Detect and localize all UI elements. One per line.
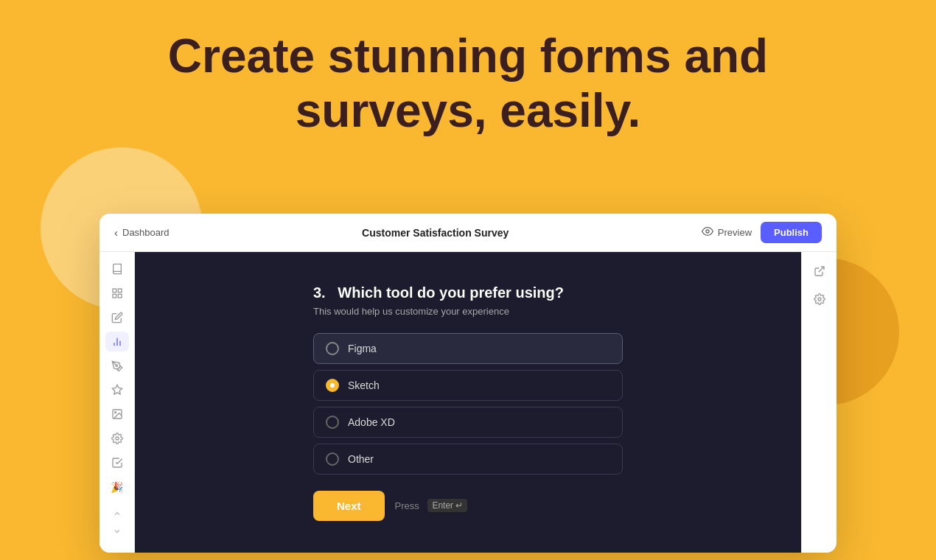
question-subtitle: This would help us customize your experi…: [313, 306, 623, 317]
svg-rect-4: [118, 295, 122, 298]
option-figma[interactable]: Figma: [313, 333, 623, 364]
main-content: 3. Which tool do you prefer using? This …: [135, 252, 801, 553]
svg-point-8: [116, 365, 118, 367]
next-row: Next Press Enter ↵: [313, 491, 623, 521]
svg-rect-2: [118, 289, 122, 293]
sidebar-icon-checkbox[interactable]: [105, 452, 129, 472]
back-chevron-icon: ‹: [114, 226, 118, 239]
nav-down-arrow[interactable]: [107, 523, 128, 539]
right-sidebar-icon-settings[interactable]: [808, 287, 831, 311]
eye-icon: [702, 225, 713, 239]
question-number: 3.: [313, 284, 326, 301]
sidebar-icon-star[interactable]: [105, 380, 129, 400]
back-navigation[interactable]: ‹ Dashboard: [114, 226, 170, 239]
left-sidebar: 🎉: [99, 252, 135, 553]
options-list: Figma Sketch Adobe XD O: [313, 333, 623, 475]
svg-point-11: [114, 412, 116, 413]
sidebar-icon-party[interactable]: 🎉: [105, 477, 129, 497]
app-body: 🎉 3. Which tool do you prefer using?: [99, 252, 837, 553]
right-sidebar-icon-external[interactable]: [808, 259, 831, 283]
option-sketch[interactable]: Sketch: [313, 370, 623, 401]
option-label-other: Other: [348, 453, 374, 465]
question-area: 3. Which tool do you prefer using? This …: [313, 284, 623, 521]
svg-line-13: [818, 267, 823, 272]
svg-point-14: [818, 298, 821, 301]
press-label: Press: [395, 500, 419, 511]
question-title: 3. Which tool do you prefer using?: [313, 284, 623, 301]
hero-heading: Create stunning forms and surveys, easil…: [0, 29, 936, 138]
hero-line2: surveys, easily.: [74, 84, 862, 139]
enter-key: Enter ↵: [427, 499, 467, 512]
app-window: ‹ Dashboard Customer Satisfaction Survey…: [99, 214, 837, 553]
svg-rect-3: [113, 295, 116, 298]
option-label-sketch: Sketch: [348, 379, 380, 391]
sidebar-icon-edit[interactable]: [105, 308, 129, 328]
svg-point-0: [706, 230, 709, 233]
right-sidebar: [801, 252, 837, 553]
preview-button[interactable]: Preview: [702, 225, 752, 239]
sidebar-icon-settings[interactable]: [105, 429, 129, 449]
option-adobe-xd[interactable]: Adobe XD: [313, 407, 623, 438]
option-label-adobe-xd: Adobe XD: [348, 416, 395, 428]
sidebar-icon-image[interactable]: [105, 405, 129, 424]
svg-point-12: [116, 437, 119, 440]
top-bar: ‹ Dashboard Customer Satisfaction Survey…: [99, 214, 837, 252]
question-text: Which tool do you prefer using?: [338, 284, 564, 301]
hero-line1: Create stunning forms and: [74, 29, 862, 84]
question-header: 3. Which tool do you prefer using? This …: [313, 284, 623, 317]
next-button[interactable]: Next: [313, 491, 385, 521]
top-bar-actions: Preview Publish: [702, 222, 822, 243]
dashboard-link[interactable]: Dashboard: [122, 227, 170, 238]
option-radio-adobe-xd: [326, 416, 339, 429]
option-radio-sketch: [326, 379, 339, 392]
option-radio-figma: [326, 342, 339, 355]
survey-title: Customer Satisfaction Survey: [362, 227, 509, 239]
sidebar-icon-chart[interactable]: [105, 332, 129, 351]
preview-label: Preview: [718, 227, 752, 238]
nav-arrows: [107, 505, 128, 545]
option-label-figma: Figma: [348, 343, 377, 354]
option-radio-other: [326, 452, 339, 466]
sidebar-icon-pen[interactable]: [105, 356, 129, 376]
svg-marker-9: [112, 385, 122, 395]
sidebar-icon-grid[interactable]: [105, 284, 129, 304]
option-other[interactable]: Other: [313, 444, 623, 475]
nav-up-arrow[interactable]: [107, 505, 128, 522]
press-hint: Press Enter ↵: [395, 499, 468, 512]
publish-button[interactable]: Publish: [761, 222, 822, 243]
svg-rect-1: [113, 289, 116, 293]
sidebar-icon-book[interactable]: [105, 259, 129, 279]
